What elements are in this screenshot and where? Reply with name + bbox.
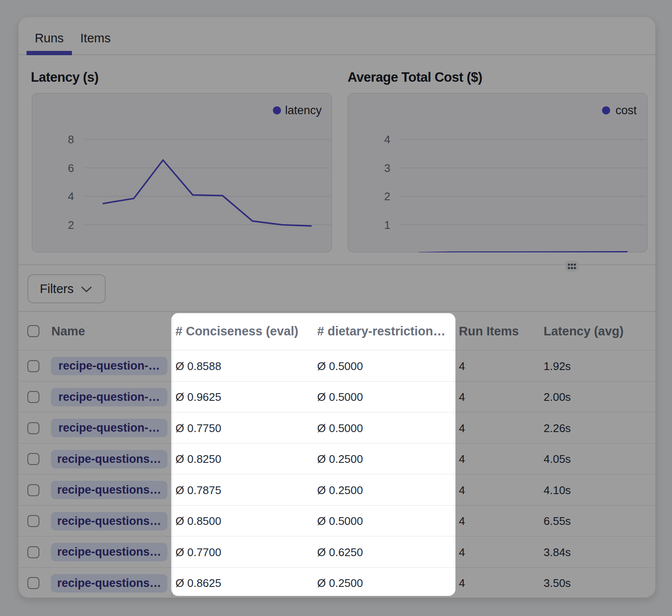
svg-text:latency: latency: [285, 104, 322, 117]
svg-text:1: 1: [384, 219, 390, 231]
svg-text:3: 3: [384, 162, 390, 175]
svg-text:cost: cost: [616, 104, 637, 117]
svg-text:4: 4: [384, 133, 390, 146]
svg-text:2: 2: [384, 190, 390, 203]
svg-text:6: 6: [68, 162, 74, 175]
svg-text:4: 4: [68, 190, 74, 203]
svg-text:8: 8: [68, 133, 74, 146]
svg-text:2: 2: [68, 219, 74, 231]
